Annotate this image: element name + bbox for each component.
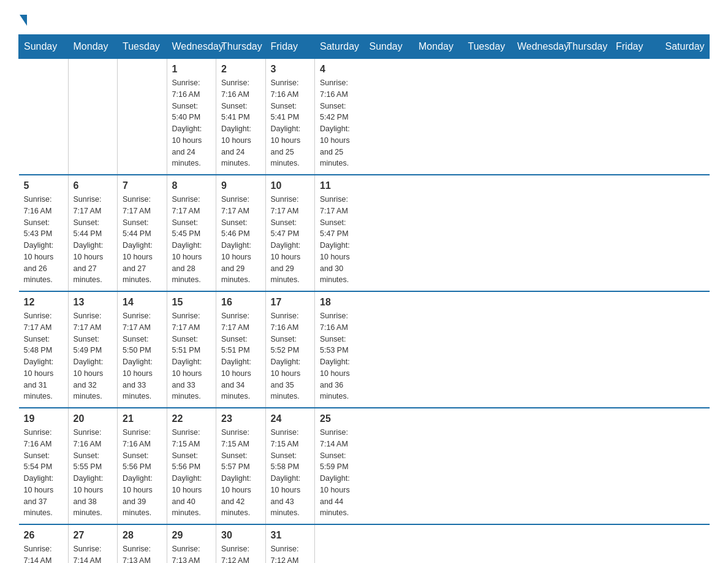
day-info: Sunrise: 7:15 AM Sunset: 5:58 PM Dayligh… — [271, 427, 310, 519]
header-sunday: Sunday — [364, 35, 414, 59]
calendar-week-3: 12Sunrise: 7:17 AM Sunset: 5:48 PM Dayli… — [19, 291, 710, 408]
day-info: Sunrise: 7:17 AM Sunset: 5:51 PM Dayligh… — [221, 310, 260, 402]
header-thursday: Thursday — [561, 35, 611, 59]
day-number: 12 — [24, 297, 63, 308]
day-info: Sunrise: 7:16 AM Sunset: 5:42 PM Dayligh… — [320, 77, 359, 169]
header-wednesday: Wednesday — [167, 35, 216, 59]
day-info: Sunrise: 7:17 AM Sunset: 5:46 PM Dayligh… — [221, 194, 260, 286]
calendar-cell: 4Sunrise: 7:16 AM Sunset: 5:42 PM Daylig… — [315, 59, 365, 175]
day-number: 16 — [221, 297, 260, 308]
day-number: 30 — [221, 530, 260, 541]
day-number: 2 — [221, 64, 260, 75]
day-info: Sunrise: 7:12 AM Sunset: 6:04 PM Dayligh… — [271, 543, 310, 563]
day-info: Sunrise: 7:16 AM Sunset: 5:41 PM Dayligh… — [221, 77, 260, 169]
day-info: Sunrise: 7:17 AM Sunset: 5:47 PM Dayligh… — [320, 194, 359, 286]
calendar-cell: 14Sunrise: 7:17 AM Sunset: 5:50 PM Dayli… — [118, 291, 167, 408]
day-info: Sunrise: 7:16 AM Sunset: 5:52 PM Dayligh… — [271, 310, 310, 402]
day-number: 28 — [123, 530, 162, 541]
day-number: 18 — [320, 297, 359, 308]
day-number: 31 — [271, 530, 310, 541]
day-number: 17 — [271, 297, 310, 308]
day-info: Sunrise: 7:17 AM Sunset: 5:44 PM Dayligh… — [74, 194, 113, 286]
day-info: Sunrise: 7:16 AM Sunset: 5:41 PM Dayligh… — [271, 77, 310, 169]
day-info: Sunrise: 7:17 AM Sunset: 5:44 PM Dayligh… — [123, 194, 162, 286]
calendar-week-2: 5Sunrise: 7:16 AM Sunset: 5:43 PM Daylig… — [19, 175, 710, 291]
calendar-cell: 16Sunrise: 7:17 AM Sunset: 5:51 PM Dayli… — [216, 291, 266, 408]
calendar-cell — [19, 59, 69, 175]
calendar-cell — [315, 524, 365, 563]
calendar-cell: 23Sunrise: 7:15 AM Sunset: 5:57 PM Dayli… — [216, 408, 266, 524]
day-number: 29 — [172, 530, 211, 541]
day-info: Sunrise: 7:12 AM Sunset: 6:03 PM Dayligh… — [221, 543, 260, 563]
day-number: 22 — [172, 413, 211, 424]
day-info: Sunrise: 7:13 AM Sunset: 6:01 PM Dayligh… — [123, 543, 162, 563]
calendar-cell: 11Sunrise: 7:17 AM Sunset: 5:47 PM Dayli… — [315, 175, 365, 291]
day-info: Sunrise: 7:17 AM Sunset: 5:48 PM Dayligh… — [24, 310, 63, 402]
day-number: 14 — [123, 297, 162, 308]
day-number: 26 — [24, 530, 63, 541]
day-number: 23 — [221, 413, 260, 424]
day-number: 7 — [123, 180, 162, 191]
calendar-table: SundayMondayTuesdayWednesdayThursdayFrid… — [18, 34, 710, 563]
day-info: Sunrise: 7:17 AM Sunset: 5:47 PM Dayligh… — [271, 194, 310, 286]
calendar-cell: 17Sunrise: 7:16 AM Sunset: 5:52 PM Dayli… — [265, 291, 315, 408]
day-number: 9 — [221, 180, 260, 191]
header-saturday: Saturday — [315, 35, 365, 59]
day-number: 1 — [172, 64, 211, 75]
day-number: 3 — [271, 64, 310, 75]
day-number: 10 — [271, 180, 310, 191]
day-info: Sunrise: 7:17 AM Sunset: 5:51 PM Dayligh… — [172, 310, 211, 402]
calendar-cell: 24Sunrise: 7:15 AM Sunset: 5:58 PM Dayli… — [265, 408, 315, 524]
calendar-cell: 19Sunrise: 7:16 AM Sunset: 5:54 PM Dayli… — [19, 408, 69, 524]
day-info: Sunrise: 7:16 AM Sunset: 5:54 PM Dayligh… — [24, 427, 63, 519]
calendar-cell: 13Sunrise: 7:17 AM Sunset: 5:49 PM Dayli… — [68, 291, 118, 408]
day-info: Sunrise: 7:16 AM Sunset: 5:56 PM Dayligh… — [123, 427, 162, 519]
calendar-cell: 26Sunrise: 7:14 AM Sunset: 6:00 PM Dayli… — [19, 524, 69, 563]
day-info: Sunrise: 7:15 AM Sunset: 5:56 PM Dayligh… — [172, 427, 211, 519]
calendar-cell: 18Sunrise: 7:16 AM Sunset: 5:53 PM Dayli… — [315, 291, 365, 408]
day-info: Sunrise: 7:15 AM Sunset: 5:57 PM Dayligh… — [221, 427, 260, 519]
calendar-cell: 22Sunrise: 7:15 AM Sunset: 5:56 PM Dayli… — [167, 408, 216, 524]
day-info: Sunrise: 7:17 AM Sunset: 5:45 PM Dayligh… — [172, 194, 211, 286]
day-info: Sunrise: 7:16 AM Sunset: 5:55 PM Dayligh… — [74, 427, 113, 519]
day-number: 27 — [74, 530, 113, 541]
header-tuesday: Tuesday — [118, 35, 167, 59]
calendar-cell: 7Sunrise: 7:17 AM Sunset: 5:44 PM Daylig… — [118, 175, 167, 291]
day-number: 6 — [74, 180, 113, 191]
header-friday: Friday — [611, 35, 661, 59]
logo-triangle-icon — [20, 15, 27, 26]
logo — [18, 12, 28, 28]
calendar-cell: 10Sunrise: 7:17 AM Sunset: 5:47 PM Dayli… — [265, 175, 315, 291]
calendar-week-1: 1Sunrise: 7:16 AM Sunset: 5:40 PM Daylig… — [19, 59, 710, 175]
day-info: Sunrise: 7:17 AM Sunset: 5:49 PM Dayligh… — [74, 310, 113, 402]
day-number: 15 — [172, 297, 211, 308]
day-info: Sunrise: 7:14 AM Sunset: 6:00 PM Dayligh… — [24, 543, 63, 563]
header-thursday: Thursday — [216, 35, 266, 59]
calendar-cell: 25Sunrise: 7:14 AM Sunset: 5:59 PM Dayli… — [315, 408, 365, 524]
header-wednesday: Wednesday — [512, 35, 562, 59]
calendar-week-4: 19Sunrise: 7:16 AM Sunset: 5:54 PM Dayli… — [19, 408, 710, 524]
day-number: 8 — [172, 180, 211, 191]
calendar-cell: 12Sunrise: 7:17 AM Sunset: 5:48 PM Dayli… — [19, 291, 69, 408]
calendar-cell: 1Sunrise: 7:16 AM Sunset: 5:40 PM Daylig… — [167, 59, 216, 175]
day-info: Sunrise: 7:14 AM Sunset: 6:00 PM Dayligh… — [74, 543, 113, 563]
calendar-cell: 29Sunrise: 7:13 AM Sunset: 6:02 PM Dayli… — [167, 524, 216, 563]
header-friday: Friday — [265, 35, 315, 59]
calendar-header-row: SundayMondayTuesdayWednesdayThursdayFrid… — [19, 35, 710, 59]
calendar-cell: 2Sunrise: 7:16 AM Sunset: 5:41 PM Daylig… — [216, 59, 266, 175]
calendar-week-5: 26Sunrise: 7:14 AM Sunset: 6:00 PM Dayli… — [19, 524, 710, 563]
calendar-cell — [68, 59, 118, 175]
calendar-cell: 21Sunrise: 7:16 AM Sunset: 5:56 PM Dayli… — [118, 408, 167, 524]
page-header — [18, 12, 710, 28]
calendar-cell: 5Sunrise: 7:16 AM Sunset: 5:43 PM Daylig… — [19, 175, 69, 291]
calendar-cell: 8Sunrise: 7:17 AM Sunset: 5:45 PM Daylig… — [167, 175, 216, 291]
day-number: 5 — [24, 180, 63, 191]
day-number: 4 — [320, 64, 359, 75]
calendar-cell: 15Sunrise: 7:17 AM Sunset: 5:51 PM Dayli… — [167, 291, 216, 408]
calendar-cell: 9Sunrise: 7:17 AM Sunset: 5:46 PM Daylig… — [216, 175, 266, 291]
calendar-cell: 28Sunrise: 7:13 AM Sunset: 6:01 PM Dayli… — [118, 524, 167, 563]
day-number: 13 — [74, 297, 113, 308]
calendar-cell: 30Sunrise: 7:12 AM Sunset: 6:03 PM Dayli… — [216, 524, 266, 563]
day-info: Sunrise: 7:16 AM Sunset: 5:53 PM Dayligh… — [320, 310, 359, 402]
day-number: 25 — [320, 413, 359, 424]
